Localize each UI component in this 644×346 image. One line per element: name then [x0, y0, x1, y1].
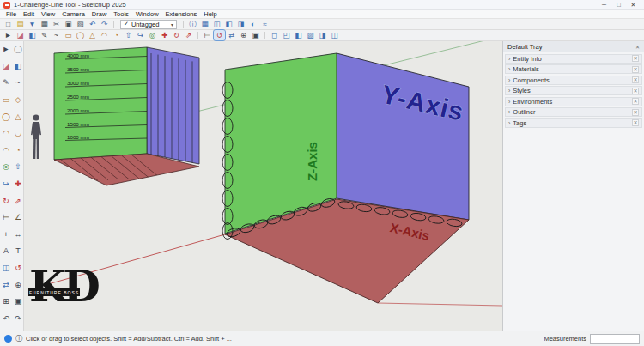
menu-item[interactable]: View	[38, 10, 58, 18]
text-tool-icon[interactable]: A	[0, 243, 12, 260]
print-icon[interactable]: ▦	[39, 19, 50, 29]
styles-panel-icon[interactable]: ◨	[235, 19, 246, 29]
tape-measure-icon[interactable]: ⊢	[0, 209, 12, 227]
z-axis-label[interactable]: Z-Axis	[305, 142, 319, 181]
follow-me-tool-icon[interactable]: ↪	[135, 30, 146, 40]
chevron-right-icon[interactable]: ›	[508, 77, 510, 83]
pan-tool-icon[interactable]: ⇄	[0, 276, 12, 294]
tape-measure-icon[interactable]: ⊢	[202, 30, 213, 40]
two-point-arc-icon[interactable]: ◡	[12, 125, 24, 143]
next-view-icon[interactable]: ↷	[12, 311, 24, 328]
eraser-tool-icon[interactable]: ◪	[15, 30, 26, 40]
zoom-tool-icon[interactable]: ⊕	[238, 30, 249, 40]
model-info-icon[interactable]: ▦	[199, 19, 210, 29]
fog-icon[interactable]: ≈	[259, 19, 270, 29]
new-file-icon[interactable]: □	[3, 19, 14, 29]
axes-tool-icon[interactable]: +	[0, 227, 12, 244]
shadows-icon[interactable]: ◐	[247, 19, 258, 29]
section-plane-icon[interactable]: ◫	[0, 260, 12, 277]
chevron-right-icon[interactable]: ›	[508, 56, 510, 62]
save-icon[interactable]: ▼	[27, 19, 38, 29]
orbit-tool-icon[interactable]: ↺	[214, 30, 225, 40]
lasso-select-icon[interactable]: ◯	[12, 41, 24, 58]
active-tag-dropdown[interactable]: ✓ Untagged ▾	[120, 20, 177, 29]
three-point-arc-icon[interactable]: ◠	[0, 143, 12, 160]
chevron-right-icon[interactable]: ›	[508, 120, 510, 126]
open-file-icon[interactable]: ▤	[15, 19, 26, 29]
components-panel-icon[interactable]: ◫	[211, 19, 222, 29]
tray-section-close-button[interactable]: ✕	[632, 109, 639, 116]
arc-tool-icon[interactable]: ◠	[0, 125, 12, 143]
tray-section[interactable]: › Tags ✕	[505, 118, 642, 128]
eraser-tool-icon[interactable]: ◪	[0, 58, 12, 76]
tray-section-close-button[interactable]: ✕	[632, 66, 639, 73]
redo-icon[interactable]: ↷	[99, 19, 110, 29]
previous-view-icon[interactable]: ↶	[0, 311, 12, 328]
paste-icon[interactable]: ▧	[75, 19, 86, 29]
chevron-right-icon[interactable]: ›	[508, 88, 510, 94]
tray-section-close-button[interactable]: ✕	[632, 88, 639, 94]
shaded-textures-style-icon[interactable]: ▨	[305, 30, 316, 40]
rectangle-tool-icon[interactable]: ▭	[63, 30, 74, 40]
tray-section[interactable]: › Materials ✕	[505, 64, 642, 74]
rotated-rectangle-icon[interactable]: ◇	[12, 92, 24, 109]
circle-tool-icon[interactable]: ◯	[75, 30, 86, 40]
tray-section-close-button[interactable]: ✕	[632, 55, 639, 62]
chevron-right-icon[interactable]: ›	[508, 66, 510, 72]
left-blue-wall[interactable]	[147, 47, 199, 164]
pan-tool-icon[interactable]: ⇄	[226, 30, 237, 40]
minimize-button[interactable]: ─	[597, 0, 611, 9]
geolocation-icon[interactable]	[4, 335, 12, 343]
shaded-style-icon[interactable]: ◧	[293, 30, 304, 40]
monochrome-style-icon[interactable]: ◨	[317, 30, 328, 40]
tray-section[interactable]: › Entity Info ✕	[505, 54, 642, 64]
dimension-labels[interactable]: 4000 mm 3500 mm 3000 mm 2500 mm 2000 mm …	[67, 52, 89, 140]
arc-tool-icon[interactable]: ◠	[99, 30, 110, 40]
maximize-button[interactable]: □	[611, 0, 626, 9]
menu-item[interactable]: Extensions	[162, 10, 201, 18]
paint-bucket-icon[interactable]: ◧	[12, 58, 24, 76]
zoom-extents-icon[interactable]: ▣	[250, 30, 261, 40]
orbit-tool-icon[interactable]: ↺	[12, 260, 24, 277]
materials-panel-icon[interactable]: ◧	[223, 19, 234, 29]
hidden-line-style-icon[interactable]: ◰	[281, 30, 292, 40]
measurements-input[interactable]	[590, 334, 640, 344]
info-icon[interactable]: ⓘ	[15, 334, 22, 343]
offset-tool-icon[interactable]: ◎	[147, 30, 158, 40]
push-pull-tool-icon[interactable]: ⇧	[123, 30, 134, 40]
line-tool-icon[interactable]: ✎	[0, 75, 12, 92]
tray-section[interactable]: › Styles ✕	[505, 86, 642, 95]
menu-item[interactable]: Help	[200, 10, 220, 18]
menu-item[interactable]: File	[3, 10, 20, 18]
circle-tool-icon[interactable]: ◯	[0, 108, 12, 125]
menu-item[interactable]: Draw	[88, 10, 111, 18]
tray-section-close-button[interactable]: ✕	[632, 98, 639, 105]
select-tool-icon[interactable]: ►	[3, 30, 14, 40]
line-tool-icon[interactable]: ✎	[39, 30, 50, 40]
rectangle-tool-icon[interactable]: ▭	[0, 92, 12, 109]
rotate-tool-icon[interactable]: ↻	[0, 192, 12, 209]
chevron-right-icon[interactable]: ›	[508, 99, 510, 105]
zoom-window-icon[interactable]: ⊞	[0, 294, 12, 311]
menu-item[interactable]: Window	[132, 10, 162, 18]
polygon-tool-icon[interactable]: △	[87, 30, 98, 40]
menu-item[interactable]: Edit	[20, 10, 38, 18]
tray-section-close-button[interactable]: ✕	[632, 119, 639, 126]
polygon-tool-icon[interactable]: △	[12, 108, 24, 125]
tray-section[interactable]: › Components ✕	[505, 76, 642, 85]
x-ray-style-icon[interactable]: ◫	[329, 30, 340, 40]
protractor-tool-icon[interactable]: ∠	[12, 209, 24, 227]
menu-item[interactable]: Camera	[58, 10, 88, 18]
tray-section-close-button[interactable]: ✕	[632, 76, 639, 83]
cut-icon[interactable]: ✂	[51, 19, 62, 29]
push-pull-tool-icon[interactable]: ⇧	[12, 159, 24, 176]
scale-tool-icon[interactable]: ⇗	[12, 192, 24, 209]
tray-close-button[interactable]: ✕	[635, 44, 640, 50]
tray-header[interactable]: Default Tray ✕	[503, 41, 644, 52]
undo-icon[interactable]: ↶	[87, 19, 98, 29]
move-tool-icon[interactable]: ✚	[159, 30, 170, 40]
wireframe-style-icon[interactable]: ◻	[269, 30, 280, 40]
select-tool-icon[interactable]: ►	[0, 41, 12, 58]
left-green-wall[interactable]	[54, 47, 147, 160]
model-viewport[interactable]: 4000 mm 3500 mm 3000 mm 2500 mm 2000 mm …	[24, 41, 502, 331]
